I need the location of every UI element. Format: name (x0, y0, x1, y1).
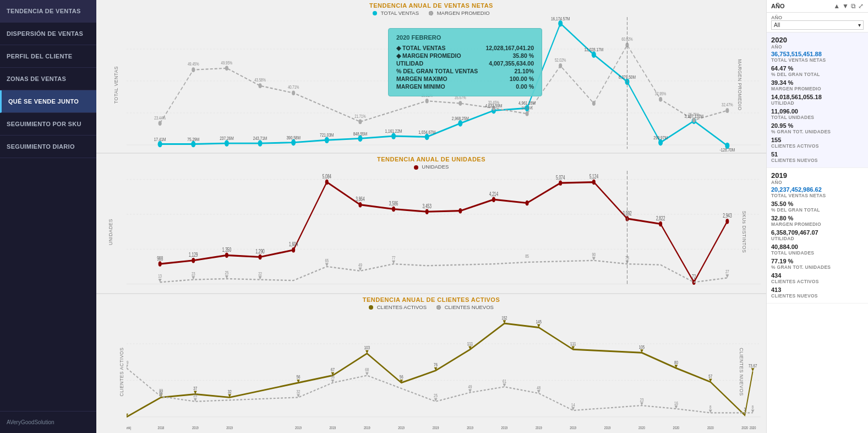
metric-2020-5: 20.95 % % GRAN TOT. UNIDADES (771, 121, 864, 136)
svg-text:5,124: 5,124 (589, 174, 599, 180)
svg-text:80: 80 (674, 359, 678, 365)
svg-point-128 (358, 202, 362, 207)
svg-point-39 (559, 63, 562, 68)
svg-text:57: 57 (708, 373, 712, 379)
svg-point-139 (725, 219, 729, 224)
svg-text:2019: 2019 (357, 153, 364, 153)
svg-marker-149 (725, 275, 729, 278)
svg-text:-128.70M: -128.70M (720, 147, 735, 152)
svg-text:2019: 2019 (501, 425, 508, 430)
filter-dropdown[interactable]: All ▾ (771, 20, 864, 30)
sidebar-item-que-vende[interactable]: QUÉ SE VENDE JUNTO (0, 90, 96, 113)
svg-point-30 (192, 67, 195, 72)
sidebar-item-seguimiento-diario[interactable]: SEGUIMIENTO DIARIO (0, 136, 96, 158)
total-ventas-dot (373, 11, 377, 15)
ventas-netas-title: TENDENCIA ANUAL DE VENTAS NETAS (96, 0, 766, 10)
unidades-chart: TENDENCIA ANUAL DE UNIDADES UNIDADES UNI… (96, 154, 766, 294)
metric-2019-2: 32.80 % MARGEN PROMEDIO (771, 214, 864, 228)
svg-text:99: 99 (127, 359, 129, 365)
svg-text:2019: 2019 (390, 153, 397, 153)
filter-section: AÑO All ▾ (767, 13, 868, 33)
svg-point-29 (159, 121, 162, 126)
svg-point-137 (659, 221, 662, 226)
svg-text:2019: 2019 (190, 153, 197, 153)
expand-icon[interactable]: ⤢ (858, 2, 864, 10)
svg-text:1,161.22M: 1,161.22M (385, 128, 402, 134)
svg-text:2019: 2019 (536, 425, 542, 430)
y-axis-left-clientes: CLIENTES ACTIVOS (119, 348, 124, 397)
svg-point-33 (292, 90, 295, 95)
svg-text:56: 56 (400, 374, 403, 380)
svg-text:3,453: 3,453 (422, 203, 432, 210)
clientes-svg: 0 50 100 150 (127, 311, 761, 433)
svg-point-126 (292, 248, 295, 253)
tooltip-row-5: MARGEN MINIMO 0.00 % (396, 83, 534, 90)
svg-text:67: 67 (331, 367, 335, 373)
svg-text:2019: 2019 (330, 425, 336, 430)
svg-text:49: 49 (358, 262, 362, 268)
svg-text:33: 33 (159, 388, 163, 394)
svg-text:2020: 2020 (750, 425, 756, 430)
svg-text:145: 145 (536, 319, 542, 325)
year-2020-label: 2020 (771, 36, 864, 44)
svg-text:2019: 2019 (523, 153, 531, 153)
svg-text:848.55M: 848.55M (353, 131, 368, 136)
svg-text:68: 68 (365, 367, 369, 373)
svg-text:17.41M: 17.41M (154, 137, 166, 142)
svg-text:1,290: 1,290 (255, 248, 265, 255)
svg-text:721.03M: 721.03M (320, 132, 334, 138)
metric-2019-7: 413 CLIENTES NUEVOS (771, 285, 864, 300)
sidebar-item-seguimiento-sku[interactable]: SEGUIMIENTO POR SKU (0, 113, 96, 136)
svg-text:65: 65 (325, 258, 329, 264)
svg-text:2018: 2018 (156, 153, 163, 153)
svg-point-31 (225, 66, 228, 71)
panel-icons: ▲ ▼ ⧉ ⤢ (833, 2, 864, 10)
unidades-legend: UNIDADES (96, 164, 766, 171)
svg-text:2020: 2020 (724, 153, 731, 153)
right-panel-header: AÑO ▲ ▼ ⧉ ⤢ (767, 0, 868, 13)
svg-point-130 (425, 209, 429, 214)
svg-text:52.02%: 52.02% (555, 57, 566, 63)
svg-text:2019: 2019 (457, 153, 464, 153)
svg-text:32: 32 (228, 388, 232, 394)
sidebar-item-dispersion[interactable]: DISPERSIÓN DE VENTAS (0, 23, 96, 45)
svg-point-32 (258, 83, 261, 88)
svg-text:2019: 2019 (433, 425, 439, 430)
y-axis-right-clientes: CLIENTES NUEVOS (738, 348, 744, 396)
clientes-canvas: CLIENTES ACTIVOS CLIENTES NUEVOS 0 50 10… (96, 311, 766, 433)
copy-icon[interactable]: ⧉ (851, 2, 856, 10)
svg-text:21.71%: 21.71% (354, 113, 366, 119)
svg-text:2020: 2020 (657, 153, 664, 153)
arrow-down-icon[interactable]: ▼ (842, 2, 849, 10)
unidades-title: TENDENCIA ANUAL DE UNIDADES (96, 154, 766, 164)
unidades-dot (414, 165, 418, 170)
svg-text:56: 56 (331, 374, 335, 380)
y-axis-right-ventas: MARGEN PROMEDIO (736, 59, 742, 111)
svg-text:77: 77 (392, 255, 396, 261)
year-2019-label: 2019 (771, 171, 864, 180)
clientes-chart: TENDENCIA ANUAL DE CLIENTES ACTIVOS CLIE… (96, 294, 766, 433)
svg-text:237.26M: 237.26M (220, 136, 234, 141)
svg-point-133 (526, 201, 529, 205)
clientes-nuevos-dot (436, 305, 441, 310)
year-2020-section: 2020 AÑO 36,753,515,451.88 TOTAL VENTAS … (767, 33, 868, 168)
svg-text:13: 13 (158, 274, 162, 280)
metric-2019-6: 434 CLIENTES ACTIVOS (771, 271, 864, 285)
svg-text:390.58M: 390.58M (286, 135, 301, 140)
arrow-up-icon[interactable]: ▲ (833, 2, 840, 10)
sidebar-item-tendencia[interactable]: TENDENCIA DE VENTAS (0, 0, 96, 23)
metrics-scroll[interactable]: 2020 AÑO 36,753,515,451.88 TOTAL VENTAS … (767, 33, 868, 433)
svg-point-34 (358, 120, 362, 125)
legend-margen-promedio: MARGEN PROMEDIO (429, 10, 490, 16)
svg-text:105: 105 (639, 344, 645, 350)
legend-clientes-nuevos: CLIENTES NUEVOS (436, 304, 494, 310)
metric-2020-7: 51 CLIENTES NUEVOS (771, 150, 864, 164)
sidebar-item-zonas[interactable]: ZONAS DE VENTAS (0, 68, 96, 90)
svg-text:2019: 2019 (290, 153, 297, 153)
svg-text:988: 988 (157, 256, 163, 262)
ventas-netas-chart: TENDENCIA ANUAL DE VENTAS NETAS TOTAL VE… (96, 0, 766, 154)
svg-text:1,034.67M: 1,034.67M (418, 129, 435, 135)
svg-text:14: 14 (571, 402, 575, 408)
metric-2020-6: 155 CLIENTES ACTIVOS (771, 136, 864, 150)
sidebar-item-perfil[interactable]: PERFIL DEL CLIENTE (0, 45, 96, 68)
